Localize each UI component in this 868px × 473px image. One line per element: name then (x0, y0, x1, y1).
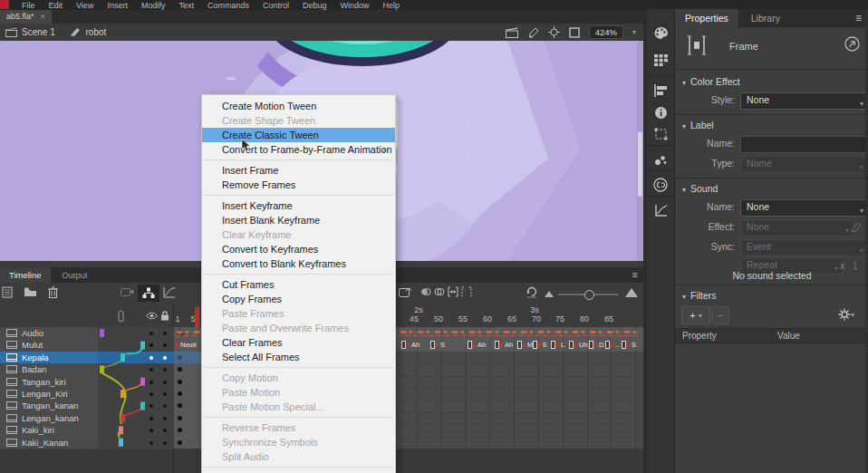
camera-icon[interactable] (121, 286, 134, 297)
visibility-column-eye-icon[interactable] (146, 312, 158, 320)
delete-layer-trash-icon[interactable] (48, 286, 58, 298)
menu-item-create-classic-tween[interactable]: Create Classic Tween (202, 128, 395, 142)
edit-bar: Scene 1 robot 424% ▾ (0, 24, 643, 42)
menu-separator (204, 274, 393, 275)
menu-item-create-motion-tween[interactable]: Create Motion Tween (202, 99, 395, 113)
ruler-number: 55 (458, 314, 468, 323)
filters-options-gear-icon[interactable]: ▾ (831, 306, 862, 323)
sound-effect-label: Effect: (708, 221, 735, 232)
submenu-arrow-icon: › (382, 142, 386, 157)
menu-modify[interactable]: Modify (141, 0, 166, 10)
onion-skin-outlines-icon[interactable] (434, 286, 445, 297)
tab-properties[interactable]: Properties (675, 9, 738, 27)
zoom-level-value[interactable]: 424% (589, 25, 623, 39)
menu-item-insert-keyframe[interactable]: Insert Keyframe (202, 198, 395, 213)
close-icon[interactable]: × (41, 10, 45, 24)
ruler-number: 80 (580, 314, 589, 323)
loop-playback-icon[interactable] (526, 286, 538, 298)
menu-item-convert-to-blank-keyframes[interactable]: Convert to Blank Keyframes (202, 256, 395, 271)
add-filter-button[interactable]: + ▾ (681, 306, 710, 324)
frame-actions-icon[interactable] (399, 286, 412, 298)
label-name-input[interactable] (740, 136, 868, 153)
menu-help[interactable]: Help (383, 0, 400, 10)
menu-item-clear-frames[interactable]: Clear Frames (202, 335, 395, 350)
mouse-cursor (241, 139, 254, 153)
timeline-panel-menu-icon[interactable]: ≡ (632, 269, 638, 280)
section-collapse-icon: ▾ (682, 122, 686, 130)
clip-content-icon[interactable] (569, 27, 580, 38)
color-panel-icon[interactable] (650, 24, 671, 42)
transform-panel-icon[interactable] (650, 125, 671, 143)
timeline-zoom-out-icon[interactable] (545, 291, 554, 297)
remove-filter-button[interactable]: − (711, 306, 729, 324)
menu-item-remove-frames[interactable]: Remove Frames (202, 178, 395, 192)
ruler-number: 50 (434, 314, 443, 323)
menu-edit[interactable]: Edit (49, 0, 63, 10)
onion-skin-icon[interactable] (420, 286, 431, 297)
menu-view[interactable]: View (76, 0, 93, 10)
tab-output[interactable]: Output (53, 267, 97, 283)
menu-separator (204, 159, 393, 160)
new-folder-icon[interactable] (24, 286, 37, 297)
breadcrumb-symbol[interactable]: robot (85, 27, 106, 37)
menu-item-copy-motion: Copy Motion (202, 371, 395, 385)
cc-libraries-panel-icon[interactable] (650, 176, 671, 194)
menu-item-insert-frame[interactable]: Insert Frame (202, 163, 395, 178)
chevron-down-icon: ▾ (860, 204, 863, 217)
menu-commands[interactable]: Commands (207, 0, 249, 10)
section-color-effect[interactable]: ▾Color Effect (682, 76, 740, 87)
history-graph-panel-icon[interactable] (650, 201, 671, 219)
menu-item-select-all-frames[interactable]: Select All Frames (202, 350, 395, 364)
tab-timeline[interactable]: Timeline (0, 267, 51, 283)
section-sound[interactable]: ▾Sound (682, 183, 718, 194)
brush-library-panel-icon[interactable] (650, 150, 671, 169)
style-dropdown[interactable]: None▾ (740, 92, 868, 110)
sound-sync-label: Sync: (711, 241, 735, 252)
edit-scene-icon[interactable] (506, 27, 518, 38)
stage-vertical-scrollbar[interactable] (637, 41, 643, 261)
onion-markers-icon[interactable] (461, 286, 472, 297)
timeline-zoom-in-icon[interactable] (625, 288, 638, 297)
menu-item-convert-to-keyframes[interactable]: Convert to Keyframes (202, 242, 395, 256)
timeline-zoom-slider-knob[interactable] (584, 290, 594, 300)
menu-debug[interactable]: Debug (303, 0, 327, 10)
panel-dock-strip (645, 9, 675, 473)
ruler-number: 75 (555, 314, 564, 323)
filters-table-header: Property Value (675, 328, 868, 343)
menu-item-cut-frames[interactable]: Cut Frames (202, 277, 395, 292)
menu-item-copy-frames[interactable]: Copy Frames (202, 292, 395, 306)
menu-text[interactable]: Text (178, 0, 194, 10)
menu-insert[interactable]: Insert (107, 0, 128, 10)
zoom-chevron-down-icon[interactable]: ▾ (632, 28, 636, 36)
motion-graph-icon[interactable] (163, 286, 176, 298)
menu-file[interactable]: File (22, 0, 35, 10)
info-panel-icon[interactable] (650, 103, 671, 121)
publish-settings-icon[interactable] (844, 36, 860, 52)
chevron-down-icon: ▾ (860, 97, 863, 111)
stage-scrollbar-thumb[interactable] (638, 131, 642, 197)
menu-item-insert-blank-keyframe[interactable]: Insert Blank Keyframe (202, 213, 395, 227)
properties-panel-menu-icon[interactable]: ≡ (855, 12, 862, 24)
align-panel-icon[interactable] (650, 82, 671, 100)
sound-name-dropdown[interactable]: None▾ (740, 199, 868, 217)
menu-control[interactable]: Control (263, 0, 289, 10)
edit-multiple-frames-icon[interactable] (448, 286, 458, 297)
section-collapse-icon: ▾ (682, 293, 686, 301)
document-tab[interactable]: ab5.fla* × (0, 10, 52, 24)
swatches-panel-icon[interactable] (650, 51, 671, 69)
new-layer-icon[interactable] (2, 286, 14, 298)
symbol-icon (70, 27, 81, 37)
ruler-seconds-3s: 3s (530, 305, 539, 314)
menu-item-convert-to-frame-by-frame[interactable]: Convert to Frame-by-Frame Animation› (202, 142, 395, 157)
lock-column-icon[interactable] (160, 311, 169, 321)
section-label[interactable]: ▾Label (682, 120, 714, 130)
menu-item-synchronize-symbols: Synchronize Symbols (202, 435, 395, 449)
menu-window[interactable]: Window (341, 0, 370, 10)
playhead[interactable] (195, 307, 199, 327)
center-frame-icon[interactable] (548, 26, 560, 38)
label-type-label: Type: (711, 158, 735, 169)
section-filters[interactable]: ▾Filters (682, 290, 717, 301)
tab-library[interactable]: Library (741, 9, 790, 27)
breadcrumb-scene[interactable]: Scene 1 (22, 27, 55, 37)
edit-symbols-icon[interactable] (527, 27, 539, 38)
